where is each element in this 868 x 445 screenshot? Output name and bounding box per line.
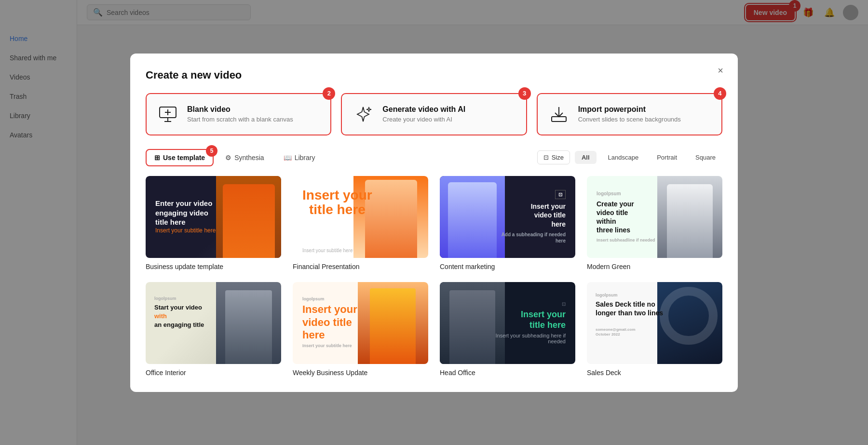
modal-title: Create a new video bbox=[146, 69, 722, 81]
template-thumb-sales: logolpsum Sales Deck title no longer tha… bbox=[587, 282, 722, 364]
tabs-right: ⊡ Size All Landscape Portrait Square bbox=[537, 150, 722, 164]
template-card-sales-deck[interactable]: logolpsum Sales Deck title no longer tha… bbox=[587, 282, 722, 377]
template-label: Financial Presentation bbox=[293, 263, 428, 270]
office-thumb-text: logolpsum Start your videowithan engagin… bbox=[154, 296, 204, 330]
import-powerpoint-text: Import powerpoint Convert slides to scen… bbox=[578, 105, 681, 123]
template-thumb-modern: logolpsum Create yourvideo titlewithinth… bbox=[587, 176, 722, 258]
template-grid: Enter your videoengaging videotitle here… bbox=[146, 176, 722, 377]
template-card-content-marketing[interactable]: ⊡ Insert yourvideo titlehere Add a subhe… bbox=[440, 176, 575, 270]
import-powerpoint-badge: 4 bbox=[714, 87, 726, 100]
template-thumb-office: logolpsum Start your videowithan engagin… bbox=[146, 282, 281, 364]
ai-video-text: Generate video with AI Create your video… bbox=[382, 105, 465, 123]
template-label: Business update template bbox=[146, 263, 281, 270]
template-card-modern-green[interactable]: logolpsum Create yourvideo titlewithinth… bbox=[587, 176, 722, 270]
modal-overlay: Create a new video × 2 Blank video bbox=[0, 0, 868, 445]
option-cards: 2 Blank video Start from scratch with a … bbox=[146, 93, 722, 135]
tab-synthesia[interactable]: ⚙ Synthesia bbox=[217, 150, 271, 165]
financial-thumb-text: Insert yourtitle here bbox=[302, 188, 372, 218]
blank-video-text: Blank video Start from scratch with a bl… bbox=[187, 105, 293, 123]
template-label: Office Interior bbox=[146, 369, 281, 377]
template-label: Content marketing bbox=[440, 263, 575, 270]
size-filter-button[interactable]: ⊡ Size bbox=[537, 150, 570, 164]
sparkle-icon bbox=[352, 103, 375, 126]
gear-icon: ⚙ bbox=[225, 154, 231, 162]
use-template-badge: 5 bbox=[206, 145, 217, 157]
template-label: Weekly Business Update bbox=[293, 369, 428, 377]
import-powerpoint-option[interactable]: 4 Import powerpoint Convert slides to sc… bbox=[537, 93, 722, 135]
template-icon: ⊞ bbox=[154, 154, 160, 162]
svg-rect-5 bbox=[552, 117, 566, 121]
sales-thumb-text: logolpsum Sales Deck title no longer tha… bbox=[596, 293, 666, 337]
template-thumb-content: ⊡ Insert yourvideo titlehere Add a subhe… bbox=[440, 176, 575, 258]
download-icon bbox=[547, 103, 570, 126]
filter-landscape-button[interactable]: Landscape bbox=[601, 151, 646, 164]
template-thumb-weekly: logolpsum Insert yourvideo titlehere Ins… bbox=[293, 282, 428, 364]
business-thumb-text: Enter your videoengaging videotitle here… bbox=[155, 199, 216, 234]
filter-all-button[interactable]: All bbox=[575, 151, 597, 164]
modern-thumb-text: logolpsum Create yourvideo titlewithinth… bbox=[597, 190, 655, 243]
resize-icon: ⊡ bbox=[543, 154, 549, 161]
template-label: Modern Green bbox=[587, 263, 722, 270]
sales-arc-decoration bbox=[660, 287, 718, 345]
modal-close-button[interactable]: × bbox=[713, 63, 728, 79]
ai-video-option[interactable]: 3 Generate video with AI Create your vid… bbox=[341, 93, 527, 135]
ai-video-badge: 3 bbox=[518, 87, 531, 100]
blank-video-badge: 2 bbox=[323, 87, 335, 100]
template-card-weekly-business[interactable]: logolpsum Insert yourvideo titlehere Ins… bbox=[293, 282, 428, 377]
create-video-modal: Create a new video × 2 Blank video bbox=[130, 54, 738, 392]
weekly-thumb-text: logolpsum Insert yourvideo titlehere Ins… bbox=[302, 297, 357, 349]
template-card-head-office[interactable]: ⊡ Insert yourtitle here Insert your subh… bbox=[440, 282, 575, 377]
monitor-plus-icon bbox=[156, 103, 179, 126]
template-card-financial[interactable]: Insert yourtitle here Insert your subtit… bbox=[293, 176, 428, 270]
template-label: Head Office bbox=[440, 369, 575, 377]
template-thumb-financial: Insert yourtitle here Insert your subtit… bbox=[293, 176, 428, 258]
template-card-business-update[interactable]: Enter your videoengaging videotitle here… bbox=[146, 176, 281, 270]
template-card-office-interior[interactable]: logolpsum Start your videowithan engagin… bbox=[146, 282, 281, 377]
office-person-image bbox=[216, 282, 281, 364]
template-thumb-business: Enter your videoengaging videotitle here… bbox=[146, 176, 281, 258]
book-icon: 📖 bbox=[284, 154, 292, 162]
head-thumb-text: ⊡ Insert yourtitle here Insert your subh… bbox=[491, 301, 566, 344]
tab-library[interactable]: 📖 Library bbox=[276, 150, 323, 165]
modern-person-image bbox=[657, 176, 722, 258]
tab-use-template[interactable]: ⊞ Use template 5 bbox=[146, 149, 214, 166]
blank-video-option[interactable]: 2 Blank video Start from scratch with a … bbox=[146, 93, 331, 135]
template-label: Sales Deck bbox=[587, 369, 722, 377]
tabs-row: ⊞ Use template 5 ⚙ Synthesia 📖 Library ⊡ bbox=[146, 149, 722, 166]
business-person-image bbox=[216, 176, 281, 258]
filter-square-button[interactable]: Square bbox=[689, 151, 722, 164]
template-thumb-head: ⊡ Insert yourtitle here Insert your subh… bbox=[440, 282, 575, 364]
weekly-person-image bbox=[358, 282, 428, 364]
filter-portrait-button[interactable]: Portrait bbox=[650, 151, 684, 164]
tabs-left: ⊞ Use template 5 ⚙ Synthesia 📖 Library bbox=[146, 149, 323, 166]
content-thumb-text: ⊡ Insert yourvideo titlehere Add a subhe… bbox=[491, 189, 566, 244]
